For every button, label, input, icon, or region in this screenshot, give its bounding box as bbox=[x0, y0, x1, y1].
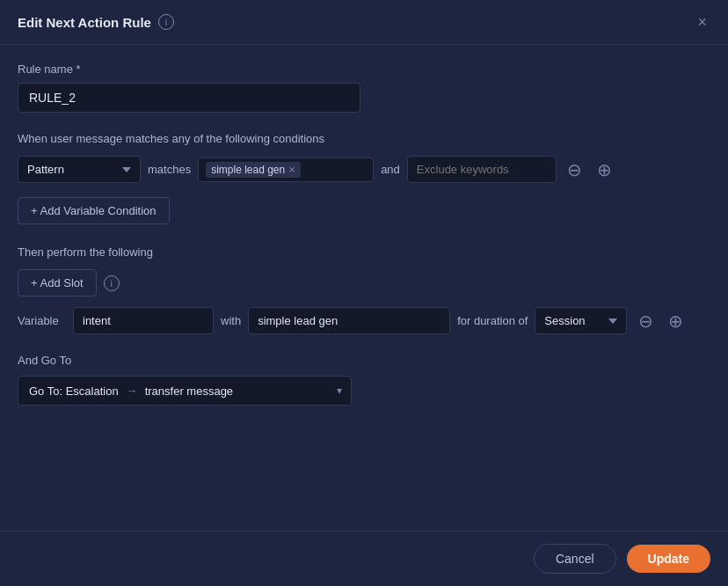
edit-rule-modal: Edit Next Action Rule i × Rule name * Wh… bbox=[0, 0, 728, 586]
title-row: Edit Next Action Rule i bbox=[18, 14, 174, 30]
then-label: Then perform the following bbox=[18, 245, 710, 259]
close-button[interactable]: × bbox=[694, 12, 710, 32]
tag-remove-button[interactable]: × bbox=[288, 164, 295, 175]
slot-info-icon[interactable]: i bbox=[104, 275, 120, 291]
goto-chevron-icon: ▾ bbox=[337, 385, 342, 397]
modal-header: Edit Next Action Rule i × bbox=[0, 0, 728, 45]
with-text: with bbox=[221, 314, 241, 327]
goto-option-text: Go To: Escalation bbox=[29, 385, 119, 398]
condition-row: Pattern Regex Contains Equals matches si… bbox=[18, 156, 710, 183]
condition-section-label: When user message matches any of the fol… bbox=[18, 132, 710, 145]
goto-label: And Go To bbox=[18, 354, 710, 367]
goto-arrow-icon: → bbox=[126, 384, 138, 398]
add-slot-row: + Add Slot i bbox=[18, 269, 710, 297]
modal-footer: Cancel Update bbox=[0, 531, 728, 586]
slot-variable-label: Variable bbox=[18, 314, 66, 327]
tag-input-container[interactable]: simple lead gen × bbox=[198, 157, 374, 182]
remove-condition-button[interactable]: ⊖ bbox=[564, 158, 586, 181]
tag: simple lead gen × bbox=[206, 162, 301, 178]
rule-name-label: Rule name * bbox=[18, 62, 710, 76]
slot-intent-input[interactable] bbox=[73, 307, 214, 334]
info-icon[interactable]: i bbox=[158, 14, 174, 30]
rule-name-field: Rule name * bbox=[18, 62, 710, 113]
session-select[interactable]: Session Conversation User bbox=[535, 307, 627, 334]
add-slot-label: + Add Slot bbox=[31, 276, 84, 289]
modal-title: Edit Next Action Rule bbox=[18, 15, 151, 30]
add-variable-condition-button[interactable]: + Add Variable Condition bbox=[18, 197, 170, 224]
rule-name-input[interactable] bbox=[18, 83, 360, 113]
goto-destination-text: transfer message bbox=[145, 385, 233, 398]
goto-select[interactable]: Go To: Escalation → transfer message ▾ bbox=[18, 376, 352, 406]
add-variable-label: + Add Variable Condition bbox=[31, 204, 157, 217]
goto-section: And Go To Go To: Escalation → transfer m… bbox=[18, 354, 710, 406]
modal-body: Rule name * When user message matches an… bbox=[0, 45, 728, 531]
matches-text: matches bbox=[148, 163, 191, 176]
exclude-keywords-input[interactable] bbox=[407, 156, 557, 183]
duration-label: for duration of bbox=[457, 314, 528, 327]
remove-slot-button[interactable]: ⊖ bbox=[634, 310, 657, 333]
then-section: Then perform the following + Add Slot i … bbox=[18, 245, 710, 334]
slot-value-input[interactable] bbox=[248, 307, 450, 334]
add-condition-button[interactable]: ⊕ bbox=[593, 158, 616, 181]
update-button[interactable]: Update bbox=[627, 545, 710, 573]
cancel-button[interactable]: Cancel bbox=[534, 544, 616, 574]
tag-value: simple lead gen bbox=[211, 164, 285, 176]
add-slot-plus-button[interactable]: ⊕ bbox=[664, 310, 687, 333]
slot-row: Variable with for duration of Session Co… bbox=[18, 307, 710, 334]
tag-text-input[interactable] bbox=[304, 163, 357, 176]
pattern-select[interactable]: Pattern Regex Contains Equals bbox=[18, 156, 141, 183]
and-text: and bbox=[381, 163, 400, 176]
add-slot-button[interactable]: + Add Slot bbox=[18, 269, 97, 297]
